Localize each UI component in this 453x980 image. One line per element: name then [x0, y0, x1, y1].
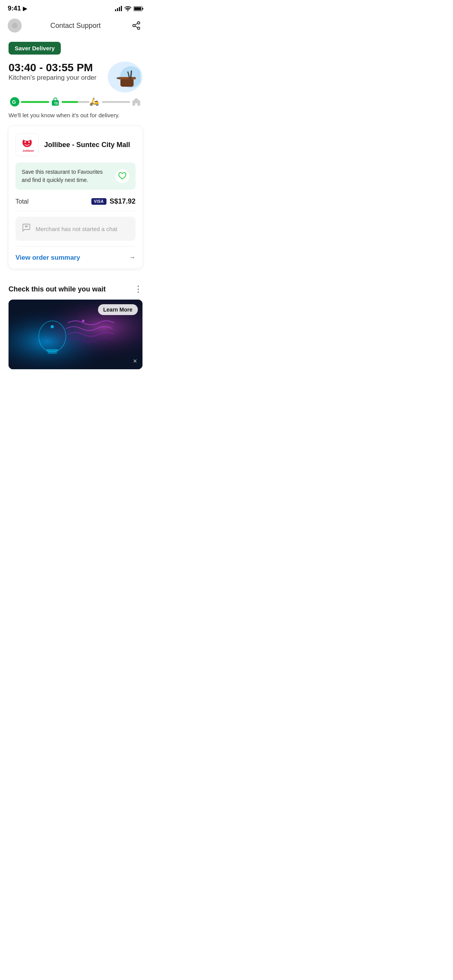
ad-close-button[interactable]: × [133, 357, 137, 365]
ad-card: Learn More × [9, 300, 142, 369]
scooter-icon: 🛵 [89, 96, 102, 108]
progress-segment-2 [62, 101, 79, 103]
bag-icon: 🛍 [49, 96, 62, 108]
preparing-text: Kitchen's preparing your order [9, 74, 96, 82]
svg-marker-20 [132, 98, 141, 106]
wifi-icon [124, 6, 131, 11]
svg-point-5 [133, 24, 135, 27]
learn-more-button[interactable]: Learn More [98, 304, 138, 315]
back-icon [12, 23, 17, 28]
total-row: Total VISA S$17.92 [15, 197, 136, 211]
svg-point-6 [137, 27, 140, 29]
more-options-button[interactable]: ⋮ [134, 284, 142, 294]
grabfood-icon: G [9, 96, 21, 108]
chat-box: Merchant has not started a chat [15, 217, 136, 241]
progress-note: We'll let you know when it's out for del… [9, 112, 142, 118]
svg-point-4 [137, 22, 140, 24]
favourite-heart-button[interactable] [115, 169, 129, 183]
total-amount: S$17.92 [110, 197, 136, 206]
saver-delivery-badge: Saver Delivery [9, 42, 61, 55]
visa-badge: VISA [91, 198, 106, 205]
svg-point-3 [12, 23, 17, 28]
svg-line-7 [135, 26, 138, 28]
contact-support-button[interactable]: Contact Support [50, 22, 101, 30]
share-icon [132, 21, 141, 30]
share-button[interactable] [129, 19, 143, 33]
section-header: Check this out while you wait ⋮ [9, 284, 142, 294]
svg-rect-1 [142, 8, 144, 10]
svg-rect-34 [46, 349, 58, 351]
arrow-right-icon: → [129, 254, 136, 262]
favourite-text: Save this restaurant to Favourites and f… [22, 168, 115, 184]
restaurant-header: Jollibee Jollibee - Suntec City Mall [15, 133, 136, 156]
total-label: Total [15, 198, 29, 205]
delivery-time-row: 03:40 - 03:55 PM Kitchen's preparing you… [9, 62, 142, 93]
favourite-banner: Save this restaurant to Favourites and f… [15, 163, 136, 190]
svg-point-37 [82, 320, 84, 322]
svg-line-8 [135, 24, 138, 25]
svg-text:🛍: 🛍 [54, 101, 58, 105]
delivery-illustration [108, 62, 142, 93]
svg-rect-10 [120, 78, 134, 87]
svg-text:🛵: 🛵 [89, 97, 99, 106]
svg-rect-35 [48, 351, 57, 354]
delivery-time: 03:40 - 03:55 PM [9, 62, 96, 74]
svg-rect-12 [117, 77, 120, 79]
back-button[interactable] [8, 19, 22, 33]
svg-point-36 [51, 325, 54, 328]
location-icon: ▶ [23, 5, 27, 12]
view-order-summary-row[interactable]: View order summary → [15, 252, 136, 269]
chat-icon [22, 223, 31, 235]
section-title: Check this out while you wait [9, 285, 106, 293]
restaurant-card: Jollibee Jollibee - Suntec City Mall Sav… [9, 126, 142, 269]
svg-point-25 [24, 141, 26, 143]
progress-segment-1 [21, 101, 49, 103]
svg-rect-24 [24, 138, 30, 140]
chat-placeholder-text: Merchant has not started a chat [36, 226, 117, 232]
top-nav: Contact Support [0, 15, 151, 37]
progress-bar: G 🛍 🛵 [9, 96, 142, 108]
svg-text:G: G [12, 99, 16, 105]
status-bar: 9:41 ▶ [0, 0, 151, 15]
progress-segment-4 [102, 101, 130, 103]
house-icon [130, 96, 142, 108]
signal-icon [115, 6, 122, 11]
view-order-summary-link[interactable]: View order summary [15, 254, 80, 262]
svg-point-26 [28, 141, 30, 143]
svg-rect-2 [134, 7, 141, 10]
battery-icon [134, 6, 143, 11]
restaurant-logo: Jollibee [15, 133, 39, 156]
recommendations-section: Check this out while you wait ⋮ [0, 276, 151, 369]
restaurant-name: Jollibee - Suntec City Mall [44, 141, 130, 149]
total-amount-row: VISA S$17.92 [91, 197, 136, 206]
svg-text:Jollibee: Jollibee [22, 149, 34, 152]
cooking-icon [110, 63, 141, 91]
progress-segment-3 [78, 101, 89, 103]
svg-rect-11 [118, 77, 136, 79]
main-content: Saver Delivery 03:40 - 03:55 PM Kitchen'… [0, 37, 151, 276]
status-time: 9:41 [8, 5, 21, 12]
divider [15, 246, 136, 247]
